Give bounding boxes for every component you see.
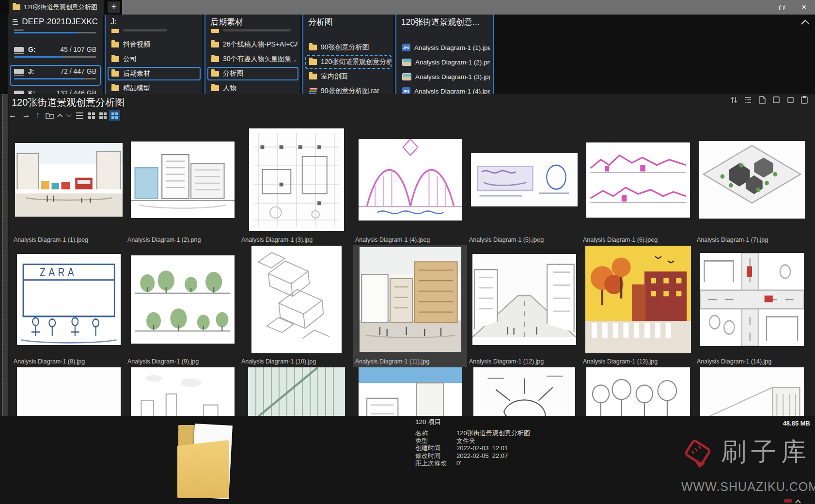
grid-item[interactable]: Analysis Diagram-1 (10).jpg bbox=[239, 245, 353, 367]
file-name: Analysis Diagram-1 (2).png bbox=[125, 236, 239, 243]
minimize-button[interactable]: – bbox=[748, 0, 770, 15]
select-icon[interactable] bbox=[771, 95, 781, 105]
folder-label: 公司 bbox=[123, 55, 137, 63]
file-label: Analysis Diagram-1 (1).jpeg bbox=[414, 44, 491, 51]
folder-row[interactable]: 精品模型 bbox=[108, 81, 201, 94]
file-row[interactable]: Analysis Diagram-1 (2).png bbox=[398, 55, 491, 69]
folder-row[interactable]: 90张创意分析图 bbox=[305, 41, 392, 54]
folder-up-button[interactable] bbox=[44, 110, 55, 121]
copy-icon[interactable] bbox=[785, 95, 795, 105]
file-row[interactable]: Analysis Diagram-1 (3).jpg bbox=[398, 70, 491, 83]
grid-item[interactable]: Analysis Diagram-1 (3).jpg bbox=[239, 127, 353, 246]
folder-preview[interactable] bbox=[176, 424, 244, 504]
folder-row-selected-dashed[interactable]: 120张街道景观创意分析图 bbox=[305, 55, 392, 69]
folder-row[interactable]: 公司 bbox=[108, 52, 201, 66]
thumbnails-view-icon bbox=[111, 112, 118, 119]
expand-down-button[interactable] bbox=[63, 110, 75, 121]
grid-item[interactable]: Analysis Diagram-1 (4).jpeg bbox=[353, 127, 467, 246]
drive-row-partial[interactable] bbox=[10, 29, 101, 42]
grid-item[interactable]: Analysis Diagram-1 (7).jpg bbox=[695, 127, 809, 246]
grid-item[interactable]: Analysis Diagram-1 (13).jpg bbox=[581, 245, 695, 367]
file-label: Analysis Diagram-1 (2).png bbox=[415, 59, 491, 66]
chevron-up-icon bbox=[57, 113, 63, 118]
grid-item[interactable]: ZARA Analysis Diagram-1 (8).jpg bbox=[12, 245, 125, 367]
grid-item[interactable]: Analysis Diagram-1 (14).jpg bbox=[695, 245, 809, 367]
detail-label: 类型 bbox=[415, 437, 456, 445]
titlebar: 120张街道景观创意分析图 + – × bbox=[0, 0, 815, 15]
folder-row-selected[interactable]: 分析图 bbox=[207, 67, 298, 80]
up-icon: ↑ bbox=[36, 110, 40, 120]
jpg-file-icon: JPG bbox=[402, 44, 410, 51]
up-button[interactable]: ↑ bbox=[32, 110, 44, 121]
grid-item-hovered[interactable]: Analysis Diagram-1 (11).jpg bbox=[353, 245, 467, 367]
grid-item[interactable]: Analysis Diagram-1 (12).jpg bbox=[467, 245, 581, 367]
folder-icon bbox=[211, 56, 219, 62]
folder-row[interactable]: 室内剖面 bbox=[305, 70, 392, 83]
corner-chevron-up-icon[interactable] bbox=[795, 497, 801, 504]
grid-item[interactable] bbox=[467, 367, 581, 416]
view-thumbnails-button-active[interactable] bbox=[109, 110, 120, 121]
back-button[interactable]: ← bbox=[7, 110, 18, 121]
folder-row[interactable]: 人物 bbox=[207, 81, 298, 94]
archive-row[interactable]: 90张创意分析图.rar bbox=[305, 84, 392, 94]
grid-item[interactable]: Analysis Diagram-1 (2).png bbox=[125, 127, 239, 246]
folder-row[interactable]: 30个有趣人物矢量图集，PS... bbox=[207, 52, 298, 66]
detail-label: 创建时间 bbox=[415, 444, 456, 452]
view-content-button[interactable] bbox=[97, 110, 109, 121]
grid-item[interactable]: Analysis Diagram-1 (1).jpeg bbox=[12, 127, 125, 246]
file-name: Analysis Diagram-1 (10).jpg bbox=[239, 358, 353, 365]
detail-label: 距上次修改 bbox=[415, 459, 456, 467]
grid-item[interactable] bbox=[239, 367, 353, 416]
file-row[interactable]: JPG Analysis Diagram-1 (4).jpeg bbox=[398, 84, 491, 94]
folder-row[interactable]: 26个线稿人物-PS+AI+CAD bbox=[207, 38, 298, 51]
view-details-button[interactable] bbox=[86, 110, 97, 121]
group-by-icon[interactable] bbox=[743, 95, 753, 105]
drive-row-j-selected[interactable]: J: 72 / 447 GB bbox=[10, 65, 101, 86]
folder-label: 90张创意分析图 bbox=[321, 43, 369, 52]
grid-item[interactable] bbox=[581, 367, 695, 416]
folder-label: 26个线稿人物-PS+AI+CAD bbox=[223, 40, 298, 49]
pane-fenxi: 分析图 90张创意分析图 120张街道景观创意分析图 室内剖面 90张创意分析图 bbox=[302, 15, 393, 94]
file-label: Analysis Diagram-1 (3).jpg bbox=[415, 73, 491, 80]
grid-item[interactable] bbox=[12, 367, 125, 416]
file-manager-window: 120张街道景观创意分析图 + – × DEEP-2021DJEXKC bbox=[0, 0, 815, 504]
close-icon: × bbox=[801, 2, 806, 12]
items-count: 120 项目 bbox=[415, 418, 441, 426]
folder-row-cutoff[interactable] bbox=[207, 29, 298, 37]
folder-front bbox=[177, 440, 229, 498]
grid-item[interactable]: Analysis Diagram-1 (6).jpeg bbox=[581, 127, 695, 246]
grid-item[interactable] bbox=[353, 367, 467, 416]
zara-sign-text: ZARA bbox=[40, 266, 77, 279]
restore-button[interactable] bbox=[770, 0, 793, 15]
titlebar-drag-area[interactable] bbox=[122, 0, 815, 15]
folder-row[interactable]: 抖音视频 bbox=[108, 38, 201, 51]
tab-current-folder[interactable]: 120张街道景观创意分析图 bbox=[9, 0, 104, 15]
collapse-panel-chevron-icon[interactable] bbox=[799, 17, 811, 27]
menu-icon[interactable] bbox=[13, 19, 18, 25]
drive-row-k[interactable]: K: 132 / 446 GB bbox=[10, 87, 101, 94]
file-name: Analysis Diagram-1 (12).jpg bbox=[467, 358, 581, 365]
grid-item[interactable] bbox=[695, 367, 809, 416]
jpg-file-icon: JPG bbox=[402, 87, 410, 94]
drive-row-g[interactable]: G: 45 / 107 GB bbox=[10, 43, 101, 64]
close-button[interactable]: × bbox=[793, 0, 815, 15]
image-file-icon bbox=[402, 73, 411, 80]
grid-item[interactable]: Analysis Diagram-1 (5).jpeg bbox=[467, 127, 581, 246]
clipboard-icon[interactable] bbox=[799, 95, 809, 105]
folder-row-selected[interactable]: 后期素材 bbox=[108, 67, 201, 80]
view-list-button[interactable] bbox=[74, 110, 85, 121]
watermark-url: WWW.SHUAZIKU.COM bbox=[681, 480, 815, 494]
content-view-icon bbox=[99, 112, 107, 119]
grid-item[interactable]: Analysis Diagram-1 (9).jpg bbox=[125, 245, 239, 367]
file-row[interactable]: JPG Analysis Diagram-1 (1).jpeg bbox=[398, 41, 491, 54]
grid-item[interactable] bbox=[125, 367, 239, 416]
new-tab-button[interactable]: + bbox=[108, 1, 120, 13]
new-file-icon[interactable] bbox=[757, 95, 767, 105]
folder-row-cutoff[interactable] bbox=[108, 29, 201, 37]
forward-button[interactable]: → bbox=[20, 110, 32, 121]
tab-title: 120张街道景观创意分析图 bbox=[24, 3, 97, 12]
folder-icon bbox=[111, 42, 119, 47]
sort-icon[interactable] bbox=[729, 95, 739, 105]
file-name: Analysis Diagram-1 (3).jpg bbox=[239, 236, 353, 243]
file-name: Analysis Diagram-1 (13).jpg bbox=[581, 358, 695, 365]
